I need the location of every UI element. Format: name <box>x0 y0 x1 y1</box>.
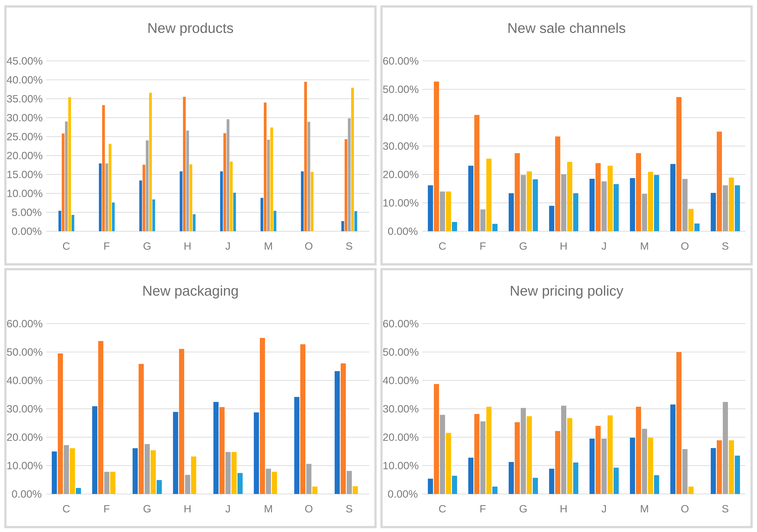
bar-series-3-gray-O <box>308 122 310 231</box>
bar-series-3-gray-G <box>145 444 150 494</box>
bar-series-2-orange-G <box>515 422 520 494</box>
gridline <box>46 155 369 156</box>
bar-series-2-orange-F <box>102 105 105 231</box>
bar-series-1-blue-F <box>468 458 473 494</box>
bar-series-5-light-blue-G <box>157 480 162 494</box>
bar-series-1-blue-O <box>670 164 676 231</box>
bar-series-5-light-blue-J <box>237 473 243 494</box>
y-tick-label: 10.00% <box>7 460 42 471</box>
bar-series-2-orange-O <box>676 97 681 231</box>
bar-series-1-blue-G <box>139 180 142 231</box>
bar-series-5-light-blue-H <box>193 214 196 231</box>
bar-series-4-yellow-H <box>190 164 192 231</box>
y-tick-label: 60.00% <box>383 318 418 329</box>
bar-series-1-blue-H <box>173 412 178 494</box>
bar-series-4-yellow-M <box>648 438 653 494</box>
bar-series-1-blue-C <box>52 452 57 494</box>
y-tick-label: 30.00% <box>7 112 42 123</box>
bar-series-2-orange-M <box>636 407 641 494</box>
bar-series-1-blue-H <box>549 206 554 232</box>
y-tick-label: 30.00% <box>7 403 42 414</box>
bar-series-1-blue-C <box>58 211 61 231</box>
bar-series-5-light-blue-J <box>614 184 619 231</box>
bar-series-3-gray-H <box>561 174 566 231</box>
bar-series-1-blue-S <box>341 221 344 231</box>
bar-series-3-gray-C <box>64 445 69 494</box>
x-category-label: M <box>624 241 665 251</box>
bar-series-4-yellow-G <box>527 416 532 494</box>
bar-series-2-orange-H <box>555 431 560 494</box>
gridline <box>46 193 369 194</box>
bar-series-2-orange-O <box>676 352 681 494</box>
bar-series-3-gray-F <box>106 164 108 231</box>
bar-series-2-orange-J <box>595 426 601 494</box>
bar-series-5-light-blue-M <box>274 211 276 231</box>
bar-series-1-blue-C <box>428 185 433 231</box>
bar-series-5-light-blue-J <box>233 193 236 231</box>
bar-series-2-orange-G <box>138 364 144 494</box>
bar-series-3-gray-O <box>306 464 312 494</box>
bar-series-3-gray-C <box>440 192 445 231</box>
bar-series-4-yellow-J <box>230 162 233 231</box>
y-tick-label: 45.00% <box>7 55 42 66</box>
bar-series-2-orange-F <box>474 414 479 494</box>
bar-series-4-yellow-F <box>110 472 115 494</box>
bar-series-4-yellow-F <box>486 407 492 494</box>
gridline <box>46 61 369 61</box>
y-tick-label: 10.00% <box>7 188 42 199</box>
bar-series-1-blue-F <box>92 406 97 494</box>
bar-series-3-gray-G <box>521 408 526 494</box>
bar-series-2-orange-S <box>341 363 346 494</box>
bar-series-4-yellow-S <box>729 440 734 494</box>
x-category-label: M <box>248 503 288 514</box>
bar-series-4-yellow-C <box>446 192 451 231</box>
x-category-label: S <box>705 241 745 251</box>
bar-series-3-gray-S <box>723 402 728 494</box>
chart-panel-new-pricing-policy: New pricing policy 0.00%10.00%20.00%30.0… <box>380 268 753 528</box>
bar-series-5-light-blue-C <box>452 476 457 494</box>
bar-series-4-yellow-G <box>527 172 532 231</box>
bar-series-5-light-blue-C <box>76 488 81 494</box>
y-tick-label: 40.00% <box>7 375 42 386</box>
bar-series-4-yellow-S <box>729 177 734 231</box>
bar-series-2-orange-F <box>98 341 103 494</box>
gridline <box>422 408 745 409</box>
gridline <box>46 212 369 213</box>
chart-panel-new-packaging: New packaging 0.00%10.00%20.00%30.00%40.… <box>4 268 377 528</box>
bar-series-2-orange-O <box>304 82 307 231</box>
bar-series-2-orange-J <box>595 163 601 231</box>
y-tick-label: 20.00% <box>383 169 418 180</box>
x-category-label: O <box>288 241 329 251</box>
bar-series-5-light-blue-F <box>112 203 115 231</box>
gridline <box>422 323 745 324</box>
y-tick-label: 30.00% <box>383 141 418 151</box>
bar-series-3-gray-M <box>267 140 270 231</box>
chart-panel-new-products: New products 0.00%5.00%10.00%15.00%20.00… <box>4 5 377 266</box>
bar-series-5-light-blue-F <box>492 224 498 231</box>
bar-series-3-gray-J <box>226 452 230 494</box>
bar-series-5-light-blue-G <box>152 200 155 231</box>
bar-series-4-yellow-G <box>151 450 156 494</box>
gridline <box>46 98 369 99</box>
bar-series-2-orange-H <box>183 97 186 231</box>
bar-series-5-light-blue-G <box>533 179 538 231</box>
bar-series-1-blue-H <box>549 469 554 494</box>
bar-series-3-gray-H <box>185 475 190 494</box>
x-axis-line <box>46 231 369 232</box>
bar-series-2-orange-C <box>62 134 65 231</box>
bar-series-3-gray-O <box>682 179 687 231</box>
gridline <box>46 323 369 324</box>
x-category-label: G <box>127 503 167 514</box>
x-category-label: H <box>167 241 208 251</box>
x-category-label: J <box>584 241 624 251</box>
x-category-label: G <box>127 241 167 251</box>
bar-series-4-yellow-M <box>272 472 277 494</box>
bar-series-4-yellow-F <box>109 144 111 231</box>
y-tick-label: 10.00% <box>383 460 418 471</box>
bar-series-5-light-blue-C <box>72 215 74 231</box>
x-category-label: G <box>503 503 543 514</box>
bar-series-3-gray-S <box>347 471 352 494</box>
bar-series-1-blue-H <box>180 172 182 231</box>
bar-series-1-blue-J <box>220 172 223 231</box>
x-category-label: H <box>167 503 208 514</box>
